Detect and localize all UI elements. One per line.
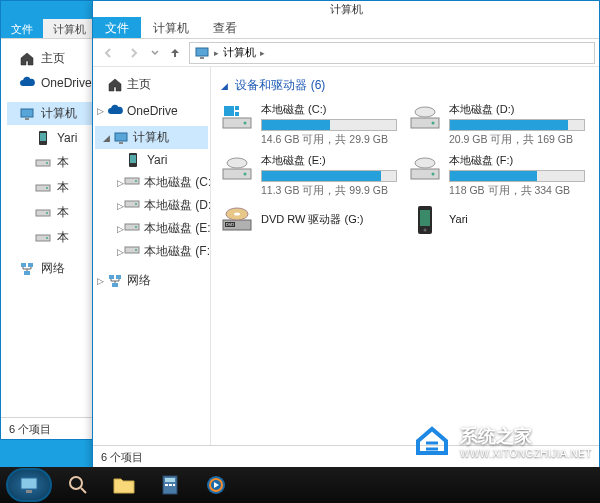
ribbon-tab-file[interactable]: 文件 — [1, 19, 43, 38]
svg-point-9 — [46, 212, 48, 214]
svg-rect-1 — [25, 118, 29, 120]
drive-icon — [35, 155, 51, 171]
nav-label: 本 — [57, 179, 69, 196]
section-title: 设备和驱动器 (6) — [235, 78, 325, 92]
drive-dvd[interactable]: DVD DVD RW 驱动器 (G:) — [221, 204, 397, 236]
nav-label: 本地磁盘 (F:) — [144, 243, 211, 260]
start-button[interactable] — [6, 468, 52, 502]
drive-icon — [124, 244, 140, 260]
drive-c[interactable]: 本地磁盘 (C:) 14.6 GB 可用，共 29.9 GB — [221, 102, 397, 147]
taskbar-app-magnifier[interactable] — [58, 470, 98, 500]
svg-rect-13 — [28, 263, 33, 267]
drive-phone[interactable]: Yari — [409, 204, 585, 236]
content-pane: ◢ 设备和驱动器 (6) 本地磁盘 (C:) 14.6 GB 可用，共 29.9… — [211, 67, 599, 445]
nav-home[interactable]: 主页 — [95, 73, 208, 96]
svg-rect-20 — [130, 155, 136, 163]
svg-point-24 — [135, 203, 137, 205]
status-items: 6 个项目 — [101, 451, 143, 463]
network-icon — [19, 261, 35, 277]
chevron-right-icon[interactable]: ▷ — [97, 106, 107, 116]
svg-rect-29 — [109, 275, 114, 279]
section-devices-drives[interactable]: ◢ 设备和驱动器 (6) — [221, 75, 589, 102]
chevron-right-icon[interactable]: ▷ — [117, 247, 124, 257]
home-icon — [107, 77, 123, 93]
taskbar-app-media[interactable] — [196, 470, 236, 500]
ribbon-tab-view[interactable]: 查看 — [201, 17, 249, 38]
nav-disk-d[interactable]: ▷ 本地磁盘 (D:) — [95, 194, 208, 217]
svg-point-11 — [46, 237, 48, 239]
drive-icon — [409, 102, 441, 134]
svg-rect-59 — [165, 484, 168, 486]
nav-label: 主页 — [127, 76, 151, 93]
svg-point-45 — [415, 158, 435, 168]
phone-icon — [409, 204, 441, 236]
drive-name: 本地磁盘 (E:) — [261, 153, 397, 168]
cloud-icon — [19, 75, 35, 91]
network-icon — [107, 273, 123, 289]
address-field[interactable]: ▸ 计算机 ▸ — [189, 42, 595, 64]
nav-tree: 主页 ▷ OneDrive ◢ 计算机 Yari ▷ 本地 — [93, 67, 211, 445]
drive-d[interactable]: 本地磁盘 (D:) 20.9 GB 可用，共 169 GB — [409, 102, 585, 147]
chevron-down-icon[interactable]: ◢ — [103, 133, 113, 143]
svg-point-28 — [135, 249, 137, 251]
chevron-down-icon: ◢ — [221, 81, 228, 91]
drive-e[interactable]: 本地磁盘 (E:) 11.3 GB 可用，共 99.9 GB — [221, 153, 397, 198]
taskbar-app-explorer[interactable] — [104, 470, 144, 500]
svg-rect-31 — [112, 283, 118, 287]
svg-text:DVD: DVD — [226, 222, 235, 227]
nav-label: 本地磁盘 (D:) — [144, 197, 211, 214]
usage-bar — [449, 170, 585, 182]
phone-icon — [35, 130, 51, 146]
taskbar-app-calculator[interactable] — [150, 470, 190, 500]
svg-rect-18 — [119, 142, 123, 144]
drive-icon — [221, 102, 253, 134]
nav-computer[interactable]: ◢ 计算机 — [95, 126, 208, 149]
drive-name: 本地磁盘 (C:) — [261, 102, 397, 117]
ribbon-tab-computer[interactable]: 计算机 — [43, 19, 96, 38]
nav-back-button[interactable] — [97, 42, 119, 64]
nav-yari[interactable]: Yari — [95, 149, 208, 171]
nav-label: OneDrive — [127, 104, 178, 118]
nav-disk-e[interactable]: ▷ 本地磁盘 (E:) — [95, 217, 208, 240]
chevron-right-icon[interactable]: ▷ — [117, 201, 124, 211]
nav-label: 本地磁盘 (E:) — [144, 220, 211, 237]
drive-name: 本地磁盘 (F:) — [449, 153, 585, 168]
drive-stats: 11.3 GB 可用，共 99.9 GB — [261, 184, 397, 198]
nav-disk-c[interactable]: ▷ 本地磁盘 (C:) — [95, 171, 208, 194]
nav-history-button[interactable] — [149, 42, 161, 64]
svg-rect-58 — [165, 478, 175, 482]
svg-rect-16 — [200, 57, 204, 59]
nav-label: 网络 — [41, 260, 65, 277]
nav-forward-button[interactable] — [123, 42, 145, 64]
svg-rect-35 — [235, 106, 239, 110]
nav-onedrive[interactable]: ▷ OneDrive — [95, 100, 208, 122]
drives-grid: 本地磁盘 (C:) 14.6 GB 可用，共 29.9 GB 本地磁盘 (D:)… — [221, 102, 589, 236]
nav-label: 计算机 — [41, 105, 77, 122]
svg-point-33 — [244, 122, 247, 125]
nav-disk-f[interactable]: ▷ 本地磁盘 (F:) — [95, 240, 208, 263]
breadcrumb-text: 计算机 — [223, 45, 256, 60]
chevron-right-icon[interactable]: ▷ — [117, 178, 124, 188]
svg-rect-30 — [116, 275, 121, 279]
drive-icon — [35, 230, 51, 246]
ribbon-tab-computer[interactable]: 计算机 — [141, 17, 201, 38]
nav-network[interactable]: ▷ 网络 — [95, 269, 208, 292]
chevron-right-icon[interactable]: ▷ — [117, 224, 124, 234]
svg-point-39 — [415, 107, 435, 117]
nav-label: 主页 — [41, 50, 65, 67]
ribbon: 文件 计算机 查看 — [93, 17, 599, 39]
nav-label: 本 — [57, 154, 69, 171]
drive-icon — [35, 205, 51, 221]
computer-icon — [113, 130, 129, 146]
chevron-right-icon[interactable]: ▷ — [97, 276, 107, 286]
drive-stats: 20.9 GB 可用，共 169 GB — [449, 133, 585, 147]
nav-label: 网络 — [127, 272, 151, 289]
nav-label: 本 — [57, 229, 69, 246]
svg-rect-37 — [411, 118, 439, 128]
ribbon-tab-file[interactable]: 文件 — [93, 17, 141, 38]
svg-point-53 — [424, 229, 427, 232]
nav-up-button[interactable] — [165, 43, 185, 63]
drive-stats: 14.6 GB 可用，共 29.9 GB — [261, 133, 397, 147]
drive-f[interactable]: 本地磁盘 (F:) 118 GB 可用，共 334 GB — [409, 153, 585, 198]
nav-label: 本 — [57, 204, 69, 221]
